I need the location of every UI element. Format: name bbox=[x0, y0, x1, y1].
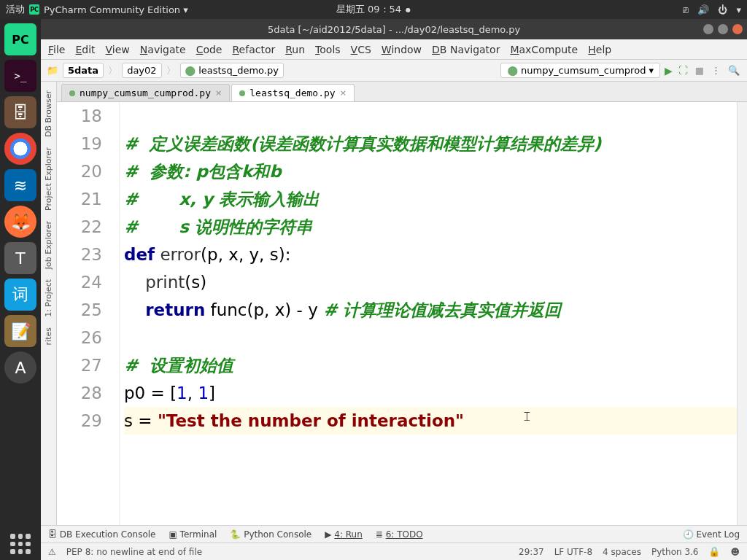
code-line-22[interactable]: # s 说明性的字符串 bbox=[124, 213, 747, 241]
favorites-tab[interactable]: rites bbox=[42, 323, 55, 349]
menu-navigate[interactable]: Navigate bbox=[140, 44, 186, 55]
gutter: 181920212223242526272829 bbox=[57, 102, 112, 525]
code-line-23[interactable]: def error(p, x, y, s): bbox=[124, 241, 747, 268]
tray-volume-icon[interactable]: 🔊 bbox=[697, 4, 709, 15]
ubuntu-top-bar: 活动 PC PyCharm Community Edition ▾ 星期五 09… bbox=[0, 0, 747, 19]
navigation-bar: 📁 5data 〉 day02 〉 ⬤ leastsq_demo.py ⬤ nu… bbox=[41, 60, 747, 82]
chevron-down-icon: ▾ bbox=[649, 65, 654, 76]
caret-position[interactable]: 29:37 bbox=[519, 547, 544, 557]
fold-strip bbox=[112, 102, 120, 525]
menu-help[interactable]: Help bbox=[588, 44, 611, 55]
code-editor[interactable]: 181920212223242526272829 # 定义误差函数(误差函数计算… bbox=[57, 102, 747, 525]
dock-vscode[interactable]: ≋ bbox=[4, 169, 36, 201]
tray-chevron-icon[interactable]: ▾ bbox=[736, 4, 741, 15]
menu-vcs[interactable]: VCS bbox=[351, 44, 371, 55]
db-exec-console-tab[interactable]: 🗄 DB Execution Console bbox=[48, 529, 155, 540]
menu-tools[interactable]: Tools bbox=[315, 44, 341, 55]
dock-notes[interactable]: 📝 bbox=[4, 315, 36, 347]
project-tab[interactable]: 1: Project bbox=[42, 275, 55, 322]
dock-show-apps[interactable] bbox=[4, 528, 36, 560]
dock-firefox[interactable]: 🦊 bbox=[4, 206, 36, 238]
code-line-18[interactable] bbox=[124, 102, 747, 130]
dock-dictionary[interactable]: 词 bbox=[4, 279, 36, 311]
menu-window[interactable]: Window bbox=[382, 44, 422, 55]
dock-text-editor[interactable]: T bbox=[4, 242, 36, 274]
job-explorer-tab[interactable]: Job Explorer bbox=[42, 217, 55, 273]
lock-icon[interactable]: 🔒 bbox=[708, 546, 720, 557]
run-config-select[interactable]: ⬤ numpy_cumsum_cumprod ▾ bbox=[500, 63, 659, 78]
search-icon[interactable]: 🔍 bbox=[727, 65, 741, 76]
tray-network-icon[interactable]: ⎚ bbox=[683, 4, 689, 15]
event-log-tab[interactable]: 🕘 Event Log bbox=[683, 529, 740, 540]
window-maximize-button[interactable] bbox=[718, 24, 728, 34]
encoding[interactable]: LF UTF-8 bbox=[554, 547, 592, 557]
interpreter[interactable]: Python 3.6 bbox=[651, 547, 699, 557]
left-tool-strip: DB Browser Project Explorer Job Explorer… bbox=[41, 82, 57, 525]
bottom-tool-tabs: 🗄 DB Execution Console ▣ Terminal 🐍 Pyth… bbox=[41, 525, 747, 542]
menu-refactor[interactable]: Refactor bbox=[232, 44, 275, 55]
menu-edit[interactable]: Edit bbox=[75, 44, 95, 55]
close-icon[interactable]: × bbox=[215, 88, 222, 98]
code-line-21[interactable]: # x, y 表示输入输出 bbox=[124, 185, 747, 213]
window-title: 5data [~/aid2012/5data] - .../day02/leas… bbox=[268, 24, 520, 35]
dock-pycharm[interactable]: PC bbox=[4, 23, 36, 55]
todo-tab[interactable]: ≣ 6: TODO bbox=[376, 529, 423, 540]
code-line-20[interactable]: # 参数: p包含k和b bbox=[124, 158, 747, 185]
text-cursor-icon: 𝙸 bbox=[522, 402, 532, 430]
status-message: PEP 8: no newline at end of file bbox=[66, 547, 202, 557]
window-close-button[interactable] bbox=[732, 24, 743, 34]
editor-tab-numpy_cumsum_cumprod-py[interactable]: numpy_cumsum_cumprod.py × bbox=[61, 84, 230, 101]
code-line-26[interactable] bbox=[124, 324, 747, 351]
activities-label[interactable]: 活动 bbox=[6, 3, 25, 16]
code-line-19[interactable]: # 定义误差函数(误差函数计算真实数据和模型计算结果的差异) bbox=[124, 130, 747, 158]
more-icon[interactable]: ⋮ bbox=[710, 65, 722, 76]
titlebar: 5data [~/aid2012/5data] - .../day02/leas… bbox=[41, 19, 747, 39]
run-button[interactable]: ▶ bbox=[665, 65, 673, 77]
code-line-25[interactable]: return func(p, x) - y # 计算理论值减去真实值并返回 bbox=[124, 296, 747, 324]
code-line-27[interactable]: # 设置初始值 bbox=[124, 351, 747, 379]
pycharm-window: 5data [~/aid2012/5data] - .../day02/leas… bbox=[41, 19, 747, 560]
hector-icon[interactable]: ☻ bbox=[730, 547, 740, 557]
dock-software-updater[interactable]: A bbox=[4, 351, 36, 384]
ubuntu-dock: PC >_ 🗄 ≋ 🦊 T 词 📝 A bbox=[0, 19, 41, 560]
editor-tab-leastsq_demo-py[interactable]: leastsq_demo.py × bbox=[231, 84, 355, 101]
menu-view[interactable]: View bbox=[106, 44, 130, 55]
python-console-tab[interactable]: 🐍 Python Console bbox=[230, 529, 311, 540]
debug-button[interactable]: ⛶ bbox=[677, 65, 689, 76]
menu-file[interactable]: File bbox=[48, 44, 65, 55]
dock-terminal[interactable]: >_ bbox=[4, 60, 36, 92]
editor-tabs: numpy_cumsum_cumprod.py ×leastsq_demo.py… bbox=[57, 82, 747, 102]
close-icon[interactable]: × bbox=[340, 88, 347, 98]
menubar: FileEditViewNavigateCodeRefactorRunTools… bbox=[41, 39, 747, 60]
menu-run[interactable]: Run bbox=[285, 44, 305, 55]
dock-chrome[interactable] bbox=[4, 133, 36, 165]
terminal-tab[interactable]: ▣ Terminal bbox=[169, 529, 217, 540]
project-explorer-tab[interactable]: Project Explorer bbox=[42, 143, 55, 215]
clock: 星期五 09：54 bbox=[336, 3, 401, 16]
menu-maxcompute[interactable]: MaxCompute bbox=[510, 44, 578, 55]
code-line-28[interactable]: p0 = [1, 1] bbox=[124, 379, 747, 407]
indent[interactable]: 4 spaces bbox=[603, 547, 641, 557]
breadcrumb-root[interactable]: 5data bbox=[63, 63, 104, 78]
breadcrumb-folder[interactable]: day02 bbox=[122, 63, 161, 78]
dock-files[interactable]: 🗄 bbox=[4, 96, 36, 128]
window-minimize-button[interactable] bbox=[703, 24, 713, 34]
stop-button[interactable]: ■ bbox=[694, 65, 705, 76]
run-tab[interactable]: ▶ 4: Run bbox=[325, 529, 363, 540]
menu-code[interactable]: Code bbox=[196, 44, 222, 55]
editor-area: numpy_cumsum_cumprod.py ×leastsq_demo.py… bbox=[57, 82, 747, 525]
db-browser-tab[interactable]: DB Browser bbox=[42, 86, 55, 141]
inspection-icon[interactable]: ⚠ bbox=[48, 547, 56, 557]
code-line-29[interactable]: s = "Test the number of interaction" bbox=[124, 407, 747, 435]
vertical-scrollbar[interactable] bbox=[737, 102, 747, 525]
tray-power-icon[interactable]: ⏻ bbox=[718, 4, 727, 15]
app-title[interactable]: PyCharm Community Edition ▾ bbox=[44, 4, 188, 15]
menu-db-navigator[interactable]: DB Navigator bbox=[432, 44, 500, 55]
code-line-24[interactable]: print(s) bbox=[124, 268, 747, 296]
pycharm-mini-icon: PC bbox=[29, 4, 39, 15]
breadcrumb-file[interactable]: ⬤ leastsq_demo.py bbox=[180, 63, 284, 78]
status-bar: ⚠ PEP 8: no newline at end of file 29:37… bbox=[41, 542, 747, 560]
